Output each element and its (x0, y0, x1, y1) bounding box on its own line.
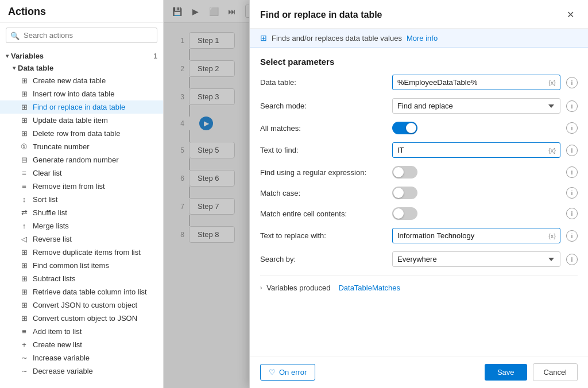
data-table-info-button[interactable]: i (566, 77, 578, 88)
search-mode-select[interactable]: Find and replace Find Replace (392, 98, 560, 114)
sidebar-item-insert-row[interactable]: ⊞ Insert row into data table (0, 87, 163, 100)
sidebar-item-label: Retrieve data table column into list (33, 288, 147, 296)
sidebar-item-merge-lists[interactable]: ↑ Merge lists (0, 219, 163, 232)
section-title: Select parameters (260, 57, 578, 67)
data-table-input[interactable] (392, 75, 560, 90)
sidebar-item-label: Convert JSON to custom object (33, 301, 137, 309)
sidebar-item-label: Truncate number (33, 142, 90, 151)
text-to-find-label: Text to find: (260, 146, 386, 154)
sidebar-item-decrease-variable[interactable]: ∼ Decrease variable (0, 364, 163, 378)
variables-badge: DataTableMatches (335, 282, 404, 293)
table-icon: ⊞ (20, 261, 29, 270)
sidebar-item-label: Create new list (33, 340, 82, 349)
sidebar-item-label: Reverse list (33, 235, 72, 243)
sidebar-item-increase-variable[interactable]: ∼ Increase variable (0, 351, 163, 364)
match-case-toggle[interactable] (392, 187, 417, 199)
search-by-info-button[interactable]: i (566, 254, 578, 265)
sidebar-item-label: Clear list (33, 169, 62, 177)
sidebar-item-reverse-list[interactable]: ◁ Reverse list (0, 232, 163, 246)
form-row-match-case: Match case: i (260, 187, 578, 199)
sidebar-group-label: Variables (11, 52, 44, 60)
sidebar-item-label: Generate random number (33, 156, 119, 164)
replace-with-input[interactable] (392, 228, 560, 243)
text-to-find-input[interactable] (392, 142, 560, 158)
regex-toggle[interactable] (392, 166, 417, 179)
sidebar: Actions 🔍 ▾ Variables 1 ▾ Data table ⊞ C… (0, 0, 164, 388)
all-matches-label: All matches: (260, 124, 386, 133)
all-matches-control (392, 122, 560, 134)
match-entire-toggle[interactable] (392, 207, 417, 220)
table-icon: ⊞ (20, 288, 29, 296)
table-icon: ⊞ (20, 314, 29, 323)
chevron-icon-sub: ▾ (13, 65, 16, 71)
plus-icon: + (20, 340, 29, 349)
search-by-select[interactable]: Everywhere Column (392, 251, 560, 267)
sidebar-item-add-item[interactable]: ≡ Add item to list (0, 325, 163, 338)
sidebar-item-create-new-list[interactable]: + Create new list (0, 338, 163, 351)
replace-with-label: Text to replace with: (260, 231, 386, 240)
match-entire-info-button[interactable]: i (566, 208, 578, 219)
table-icon: ⊞ (20, 274, 29, 283)
sidebar-item-label: Insert row into data table (33, 90, 114, 98)
sidebar-item-label: Add item to list (33, 327, 82, 336)
sidebar-item-remove-duplicate[interactable]: ⊞ Remove duplicate items from list (0, 246, 163, 259)
variables-header[interactable]: › Variables produced DataTableMatches (260, 282, 578, 293)
sidebar-item-label: Find common list items (33, 261, 109, 270)
modal-footer: ♡ On error Save Cancel (250, 356, 588, 388)
sidebar-item-shuffle-list[interactable]: ⇄ Shuffle list (0, 206, 163, 219)
search-mode-info-button[interactable]: i (566, 100, 578, 112)
replace-with-info-button[interactable]: i (566, 230, 578, 242)
sidebar-subgroup-header-datatable[interactable]: ▾ Data table (0, 62, 163, 74)
sidebar-item-subtract-lists[interactable]: ⊞ Subtract lists (0, 272, 163, 285)
sidebar-item-delete-row[interactable]: ⊞ Delete row from data table (0, 127, 163, 140)
toggle-thumb (393, 167, 404, 177)
sidebar-item-generate-random[interactable]: ⊟ Generate random number (0, 153, 163, 166)
all-matches-info-button[interactable]: i (566, 122, 578, 134)
close-button[interactable]: ✕ (563, 8, 578, 21)
heart-icon: ♡ (269, 368, 276, 377)
chevron-icon: ▾ (6, 53, 9, 59)
cancel-button[interactable]: Cancel (533, 363, 578, 381)
all-matches-toggle[interactable] (392, 122, 417, 134)
toggle-track-off (392, 187, 417, 199)
table-icon: ⊞ (20, 248, 29, 257)
on-error-button[interactable]: ♡ On error (260, 364, 315, 381)
match-case-info-button[interactable]: i (566, 187, 578, 199)
sidebar-item-find-replace[interactable]: ⊞ Find or replace in data table (0, 100, 163, 114)
table-icon: ⊞ (20, 103, 29, 111)
search-by-control: Everywhere Column (392, 251, 560, 267)
sidebar-item-create-new-data-table[interactable]: ⊞ Create new data table (0, 74, 163, 87)
text-to-find-info-button[interactable]: i (566, 145, 578, 156)
sidebar-item-label: Convert custom object to JSON (33, 314, 137, 323)
list-icon: ≡ (20, 169, 29, 177)
data-table-control: {x} (392, 75, 560, 90)
sidebar-item-label: Remove item from list (33, 182, 105, 191)
sidebar-item-truncate-number[interactable]: ① Truncate number (0, 140, 163, 153)
sidebar-title: Actions (0, 0, 163, 23)
form-row-all-matches: All matches: i (260, 122, 578, 134)
sidebar-item-convert-json[interactable]: ⊞ Convert JSON to custom object (0, 298, 163, 312)
match-entire-control (392, 207, 560, 220)
on-error-label: On error (279, 368, 307, 377)
sidebar-item-sort-list[interactable]: ↕ Sort list (0, 193, 163, 206)
list-icon: ≡ (20, 182, 29, 191)
sidebar-item-label: Shuffle list (33, 208, 67, 217)
regex-info-button[interactable]: i (566, 166, 578, 178)
save-button[interactable]: Save (485, 364, 527, 381)
sidebar-item-label: Subtract lists (33, 274, 75, 283)
modal-header: Find or replace in data table ✕ (250, 0, 588, 29)
more-info-link[interactable]: More info (407, 34, 438, 42)
table-icon: ⊞ (20, 116, 29, 125)
sidebar-item-convert-custom[interactable]: ⊞ Convert custom object to JSON (0, 312, 163, 325)
sidebar-item-find-common[interactable]: ⊞ Find common list items (0, 259, 163, 272)
sidebar-item-label: Delete row from data table (33, 129, 120, 138)
sidebar-item-retrieve-column[interactable]: ⊞ Retrieve data table column into list (0, 285, 163, 298)
sidebar-group-header-variables[interactable]: ▾ Variables 1 (0, 50, 163, 62)
sidebar-item-update-data-table[interactable]: ⊞ Update data table item (0, 114, 163, 127)
sidebar-item-clear-list[interactable]: ≡ Clear list (0, 166, 163, 180)
search-input[interactable] (6, 28, 157, 43)
match-case-control (392, 187, 560, 199)
sidebar-item-remove-item[interactable]: ≡ Remove item from list (0, 180, 163, 193)
replace-with-control: {x} (392, 228, 560, 243)
sidebar-item-label: Merge lists (33, 222, 69, 230)
